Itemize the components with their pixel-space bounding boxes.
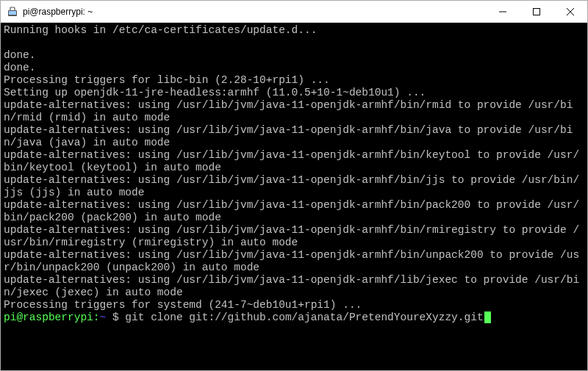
prompt-path: ~ [100,311,107,323]
terminal-output[interactable]: Running hooks in /etc/ca-certificates/up… [1,23,587,370]
svg-rect-1 [9,11,16,15]
prompt-sigil: $ [106,311,125,323]
command-input[interactable]: git clone git://github.com/ajanata/Prete… [125,311,483,323]
terminal-window: pi@raspberrypi: ~ Running hooks in /etc/… [0,0,588,371]
maximize-button[interactable] [520,1,553,22]
close-button[interactable] [553,1,587,22]
prompt-user: pi [4,311,16,323]
shell-prompt: pi@raspberrypi:~ $ [4,311,125,323]
prompt-host: raspberrypi [23,311,93,323]
minimize-button[interactable] [486,1,520,22]
titlebar[interactable]: pi@raspberrypi: ~ [1,1,587,23]
terminal-lines: Running hooks in /etc/ca-certificates/up… [4,24,579,311]
app-icon [7,6,18,18]
svg-rect-3 [534,8,540,15]
cursor-icon [484,311,491,323]
prompt-colon: : [93,311,100,323]
window-controls [486,1,587,22]
prompt-at: @ [16,311,23,323]
window-title: pi@raspberrypi: ~ [23,7,486,17]
